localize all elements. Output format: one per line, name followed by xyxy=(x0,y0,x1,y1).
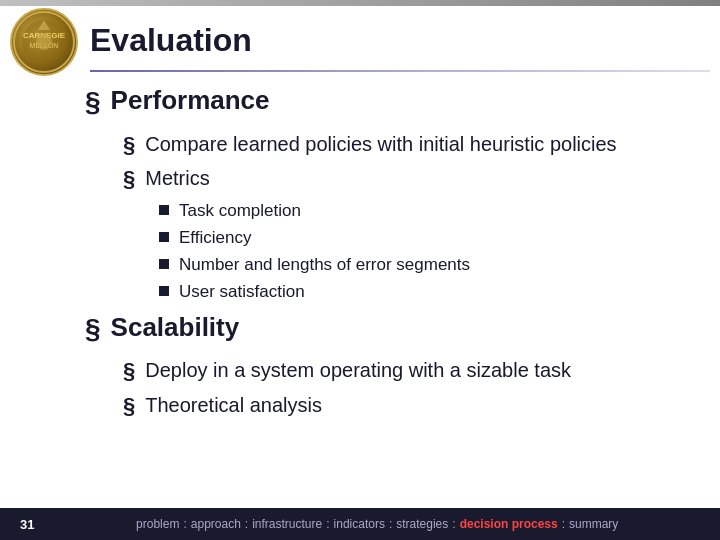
logo-circle: CARNEGIE MELLON xyxy=(10,8,78,76)
section-scalability-label: Scalability xyxy=(111,312,240,343)
subsection-theoretical-label: Theoretical analysis xyxy=(145,392,322,418)
subsection-metrics-label: Metrics xyxy=(145,165,209,191)
slide-number: 31 xyxy=(20,517,34,532)
metric-efficiency: Efficiency xyxy=(159,227,700,250)
title-underline xyxy=(90,70,710,72)
nav-infrastructure[interactable]: infrastructure xyxy=(252,517,322,531)
subsection-deploy: § Deploy in a system operating with a si… xyxy=(123,357,700,386)
metric-error-segments-label: Number and lengths of error segments xyxy=(179,254,470,277)
metric-task-completion-label: Task completion xyxy=(179,200,301,223)
main-content: § Performance § Compare learned policies… xyxy=(85,85,700,428)
nav-sep-5: : xyxy=(452,517,455,531)
nav-sep-1: : xyxy=(183,517,186,531)
bullet-l1-marker: § xyxy=(85,85,101,119)
slide: CARNEGIE MELLON Evaluation § Performance… xyxy=(0,0,720,540)
svg-point-5 xyxy=(36,34,52,50)
nav-approach[interactable]: approach xyxy=(191,517,241,531)
metric-user-satisfaction: User satisfaction xyxy=(159,281,700,304)
nav-sep-2: : xyxy=(245,517,248,531)
metric-error-segments: Number and lengths of error segments xyxy=(159,254,700,277)
nav-sep-3: : xyxy=(326,517,329,531)
metric-task-completion: Task completion xyxy=(159,200,700,223)
nav-sep-4: : xyxy=(389,517,392,531)
bullet-l2-marker-1: § xyxy=(123,131,135,160)
scalability-subsections: § Deploy in a system operating with a si… xyxy=(123,357,700,420)
nav-indicators[interactable]: indicators xyxy=(334,517,385,531)
bullet-l2-marker-4: § xyxy=(123,392,135,421)
nav-decision-process[interactable]: decision process xyxy=(460,517,558,531)
bullet-l3-marker-2 xyxy=(159,232,169,242)
subsection-theoretical: § Theoretical analysis xyxy=(123,392,700,421)
subsection-compare-label: Compare learned policies with initial he… xyxy=(145,131,616,157)
nav-summary[interactable]: summary xyxy=(569,517,618,531)
logo: CARNEGIE MELLON xyxy=(10,8,78,76)
bottom-bar: 31 problem : approach : infrastructure :… xyxy=(0,508,720,540)
bullet-l2-marker-2: § xyxy=(123,165,135,194)
section-performance-label: Performance xyxy=(111,85,270,116)
bullet-l2-marker-3: § xyxy=(123,357,135,386)
metric-user-satisfaction-label: User satisfaction xyxy=(179,281,305,304)
nav-problem[interactable]: problem xyxy=(136,517,179,531)
section-performance: § Performance xyxy=(85,85,700,119)
bullet-l1-marker-scalability: § xyxy=(85,312,101,346)
slide-title: Evaluation xyxy=(90,22,252,59)
nav-items: problem : approach : infrastructure : in… xyxy=(54,517,700,531)
nav-strategies[interactable]: strategies xyxy=(396,517,448,531)
section-scalability: § Scalability xyxy=(85,312,700,346)
bullet-l3-marker-3 xyxy=(159,259,169,269)
bullet-l3-marker-1 xyxy=(159,205,169,215)
performance-subsections: § Compare learned policies with initial … xyxy=(123,131,700,304)
top-bar xyxy=(0,0,720,6)
nav-sep-6: : xyxy=(562,517,565,531)
subsection-deploy-label: Deploy in a system operating with a siza… xyxy=(145,357,571,383)
bullet-l3-marker-4 xyxy=(159,286,169,296)
subsection-compare: § Compare learned policies with initial … xyxy=(123,131,700,160)
metric-efficiency-label: Efficiency xyxy=(179,227,251,250)
subsection-metrics: § Metrics xyxy=(123,165,700,194)
metrics-items: Task completion Efficiency Number and le… xyxy=(159,200,700,304)
